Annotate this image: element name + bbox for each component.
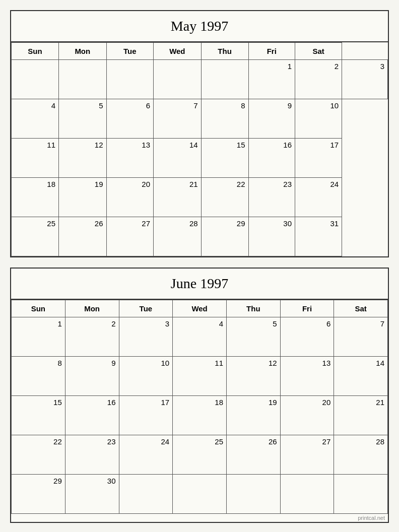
calendar-title-may-1997: May 1997 bbox=[11, 11, 388, 42]
calendar-day-cell: 2 bbox=[65, 317, 119, 357]
watermark: printcal.net bbox=[11, 514, 388, 522]
calendar-day-cell: 6 bbox=[106, 99, 153, 139]
calendar-day-cell: 8 bbox=[201, 99, 248, 139]
calendar-day-cell: 28 bbox=[334, 435, 388, 475]
day-header-sat: Sat bbox=[295, 43, 342, 60]
calendar-day-cell: 29 bbox=[12, 475, 65, 514]
calendar-day-cell: 3 bbox=[119, 317, 173, 357]
calendar-day-cell: 24 bbox=[119, 435, 173, 475]
day-header-wed: Wed bbox=[154, 43, 202, 60]
calendar-day-cell: 1 bbox=[248, 60, 295, 99]
calendar-container: May 1997SunMonTueWedThuFriSat12345678910… bbox=[10, 10, 389, 523]
calendar-day-cell: 5 bbox=[59, 99, 107, 139]
calendar-day-cell: 27 bbox=[280, 435, 334, 475]
calendar-day-cell bbox=[12, 60, 59, 99]
calendar-may-1997: May 1997SunMonTueWedThuFriSat12345678910… bbox=[10, 10, 389, 257]
calendar-day-cell: 18 bbox=[173, 396, 227, 435]
calendar-day-cell: 16 bbox=[65, 396, 119, 435]
calendar-day-cell bbox=[119, 475, 173, 514]
calendar-day-cell: 21 bbox=[334, 396, 388, 435]
calendar-day-cell: 14 bbox=[154, 139, 202, 178]
day-header-sat: Sat bbox=[334, 300, 388, 317]
calendar-day-cell: 22 bbox=[12, 435, 65, 475]
calendar-day-cell: 28 bbox=[154, 217, 202, 256]
calendar-day-cell: 17 bbox=[119, 396, 173, 435]
day-header-sun: Sun bbox=[12, 43, 59, 60]
day-header-tue: Tue bbox=[106, 43, 153, 60]
calendar-day-cell: 22 bbox=[201, 178, 248, 217]
calendar-day-cell: 3 bbox=[342, 60, 388, 99]
calendar-day-cell: 2 bbox=[295, 60, 342, 99]
day-header-mon: Mon bbox=[59, 43, 107, 60]
calendar-day-cell: 11 bbox=[173, 357, 227, 396]
calendar-day-cell: 20 bbox=[106, 178, 153, 217]
calendar-day-cell: 18 bbox=[12, 178, 59, 217]
calendar-day-cell: 29 bbox=[201, 217, 248, 256]
calendar-day-cell: 24 bbox=[295, 178, 342, 217]
calendar-day-cell: 15 bbox=[201, 139, 248, 178]
calendar-day-cell: 10 bbox=[119, 357, 173, 396]
calendar-day-cell: 25 bbox=[173, 435, 227, 475]
day-header-fri: Fri bbox=[248, 43, 295, 60]
calendar-day-cell: 26 bbox=[226, 435, 280, 475]
calendar-day-cell bbox=[59, 60, 107, 99]
calendar-day-cell: 31 bbox=[295, 217, 342, 256]
calendar-june-1997: June 1997SunMonTueWedThuFriSat1234567891… bbox=[10, 268, 389, 523]
calendar-day-cell: 26 bbox=[59, 217, 107, 256]
day-header-thu: Thu bbox=[201, 43, 248, 60]
calendar-day-cell: 1 bbox=[12, 317, 65, 357]
calendar-day-cell bbox=[173, 475, 227, 514]
calendar-title-june-1997: June 1997 bbox=[11, 269, 388, 300]
calendar-day-cell bbox=[106, 60, 153, 99]
calendar-day-cell: 19 bbox=[226, 396, 280, 435]
calendar-day-cell: 10 bbox=[295, 99, 342, 139]
calendar-day-cell: 12 bbox=[226, 357, 280, 396]
calendar-day-cell bbox=[154, 60, 202, 99]
calendar-day-cell: 25 bbox=[12, 217, 59, 256]
calendar-day-cell: 5 bbox=[226, 317, 280, 357]
calendar-day-cell: 16 bbox=[248, 139, 295, 178]
calendar-day-cell: 15 bbox=[12, 396, 65, 435]
calendar-day-cell: 23 bbox=[65, 435, 119, 475]
day-header-thu: Thu bbox=[226, 300, 280, 317]
calendar-day-cell: 30 bbox=[65, 475, 119, 514]
calendar-day-cell: 11 bbox=[12, 139, 59, 178]
calendar-day-cell: 17 bbox=[295, 139, 342, 178]
calendar-day-cell: 23 bbox=[248, 178, 295, 217]
day-header-sun: Sun bbox=[12, 300, 65, 317]
day-header-mon: Mon bbox=[65, 300, 119, 317]
calendar-day-cell: 6 bbox=[280, 317, 334, 357]
calendar-day-cell bbox=[226, 475, 280, 514]
calendar-day-cell: 20 bbox=[280, 396, 334, 435]
calendar-day-cell: 12 bbox=[59, 139, 107, 178]
calendar-day-cell: 13 bbox=[280, 357, 334, 396]
day-header-fri: Fri bbox=[280, 300, 334, 317]
calendar-day-cell: 8 bbox=[12, 357, 65, 396]
calendar-day-cell bbox=[280, 475, 334, 514]
calendar-grid-june-1997: SunMonTueWedThuFriSat1234567891011121314… bbox=[11, 300, 388, 514]
calendar-day-cell bbox=[201, 60, 248, 99]
calendar-grid-may-1997: SunMonTueWedThuFriSat1234567891011121314… bbox=[11, 42, 388, 256]
calendar-day-cell: 4 bbox=[12, 99, 59, 139]
calendar-day-cell: 4 bbox=[173, 317, 227, 357]
calendar-day-cell: 27 bbox=[106, 217, 153, 256]
calendar-day-cell: 13 bbox=[106, 139, 153, 178]
calendar-day-cell: 9 bbox=[248, 99, 295, 139]
calendar-day-cell: 9 bbox=[65, 357, 119, 396]
day-header-tue: Tue bbox=[119, 300, 173, 317]
calendar-day-cell: 7 bbox=[154, 99, 202, 139]
calendar-day-cell: 7 bbox=[334, 317, 388, 357]
calendar-day-cell: 30 bbox=[248, 217, 295, 256]
calendar-day-cell: 14 bbox=[334, 357, 388, 396]
calendar-day-cell bbox=[334, 475, 388, 514]
calendar-day-cell: 21 bbox=[154, 178, 202, 217]
day-header-wed: Wed bbox=[173, 300, 227, 317]
calendar-day-cell: 19 bbox=[59, 178, 107, 217]
